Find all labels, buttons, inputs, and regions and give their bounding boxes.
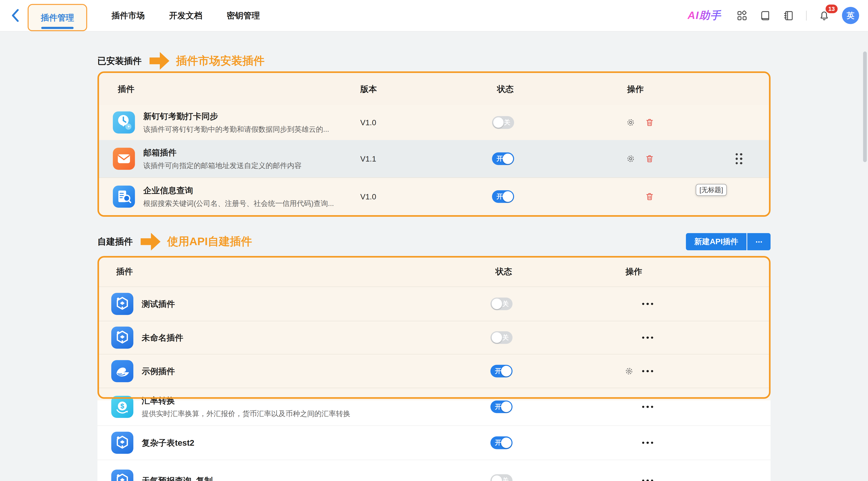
toggle-knob [501, 402, 512, 412]
tab-plugin-market[interactable]: 插件市场 [112, 10, 145, 21]
apps-grid-icon[interactable] [736, 10, 748, 22]
navbar-right: AI助手 [687, 7, 859, 24]
tab-key-management[interactable]: 密钥管理 [227, 10, 260, 21]
back-icon[interactable] [10, 8, 20, 23]
row-more-icon[interactable] [642, 303, 653, 305]
toggle-label: 开 [495, 439, 501, 447]
status-toggle[interactable]: 关 [490, 331, 513, 344]
toggle-knob [493, 117, 504, 128]
toggle-label: 关 [504, 118, 510, 127]
toggle-label: 开 [495, 403, 501, 411]
toggle-label: 关 [502, 299, 509, 308]
user-avatar[interactable]: 英 [842, 7, 859, 24]
toggle-knob [492, 476, 502, 481]
page-scrollbar-thumb[interactable] [863, 52, 867, 162]
table-row: 新钉钉考勤打卡同步 该插件可将钉钉考勤中的考勤和请假数据同步到英雄云的... V… [99, 105, 769, 140]
row-more-icon[interactable] [642, 442, 653, 444]
status-toggle[interactable]: 开 [490, 400, 513, 413]
col-header-version: 版本 [360, 84, 377, 95]
status-toggle[interactable]: 关 [490, 297, 513, 310]
handbook-icon[interactable] [760, 10, 771, 22]
table-row: 测试插件 关 [97, 287, 771, 321]
plugin-name: 测试插件 [142, 298, 175, 310]
annotation-arrow-icon [150, 52, 169, 70]
table-row: $ 汇率转换 提供实时汇率换算，外汇报价，货币汇率以及币种之间的汇率转换 开 [97, 388, 771, 425]
tab-dev-docs[interactable]: 开发文档 [169, 10, 202, 21]
api-plugin-icon [111, 432, 133, 454]
tab-plugin-management[interactable]: 插件管理 [28, 4, 87, 31]
col-header-plugin: 插件 [118, 84, 134, 95]
installed-section-header: 已安装插件 插件市场安装插件 [97, 52, 771, 70]
col-header-status: 状态 [495, 266, 512, 277]
plugin-name: 天气预报查询_复制 [142, 475, 213, 481]
plugin-version: V1.0 [360, 192, 376, 201]
toggle-label: 开 [495, 367, 501, 376]
status-toggle[interactable]: 关 [492, 116, 514, 129]
row-more-icon[interactable] [642, 370, 653, 372]
notebook-icon[interactable] [783, 10, 795, 22]
custom-annotation: 使用API自建插件 [167, 234, 252, 249]
more-actions-button[interactable]: ... [747, 233, 771, 250]
currency-plugin-icon: $ [111, 395, 133, 418]
status-toggle[interactable]: 关 [490, 474, 513, 481]
plugin-description: 该插件可将钉钉考勤中的考勤和请假数据同步到英雄云的... [143, 125, 329, 134]
toggle-knob [501, 366, 512, 376]
custom-section-header: 自建插件 使用API自建插件 新建API插件 ... [97, 232, 771, 251]
installed-table-header: 插件 版本 状态 操作 [99, 73, 769, 105]
plugin-name: 示例插件 [142, 365, 175, 377]
toggle-knob [492, 298, 502, 309]
svg-text:$: $ [120, 402, 124, 410]
toggle-label: 关 [502, 333, 509, 342]
row-more-icon[interactable] [642, 336, 653, 339]
delete-trash-icon[interactable] [645, 192, 654, 201]
plugin-info: 企业信息查询 根据搜索关键词(公司名、注册号、社会统一信用代码)查询... [143, 185, 334, 209]
drag-handle-icon[interactable] [736, 153, 742, 164]
delete-trash-icon[interactable] [645, 154, 654, 163]
active-tab-underline [41, 27, 73, 29]
tab-label: 插件管理 [41, 12, 74, 23]
col-header-actions: 操作 [625, 266, 642, 277]
col-header-plugin: 插件 [116, 266, 133, 277]
settings-gear-icon[interactable] [626, 154, 636, 163]
plugin-info: 新钉钉考勤打卡同步 该插件可将钉钉考勤中的考勤和请假数据同步到英雄云的... [143, 110, 329, 134]
api-plugin-icon [111, 327, 133, 349]
plugin-version: V1.1 [360, 154, 376, 163]
installed-plugins-table: 插件 版本 状态 操作 新钉钉考勤打卡同步 [97, 71, 771, 217]
col-header-status: 状态 [497, 84, 514, 95]
plugin-name: 新钉钉考勤打卡同步 [143, 110, 329, 122]
status-toggle[interactable]: 开 [490, 437, 513, 449]
plugin-info: 汇率转换 提供实时汇率换算，外汇报价，货币汇率以及币种之间的汇率转换 [142, 395, 350, 419]
custom-section-buttons: 新建API插件 ... [686, 233, 771, 250]
status-toggle[interactable]: 开 [490, 365, 513, 378]
email-plugin-icon [113, 148, 135, 170]
table-row: 天气预报查询_复制 关 [97, 460, 771, 481]
create-api-plugin-button[interactable]: 新建API插件 [686, 233, 746, 250]
toggle-label: 开 [497, 192, 503, 201]
enterprise-info-plugin-icon [113, 186, 135, 208]
annotation-arrow-icon [141, 233, 161, 251]
delete-trash-icon[interactable] [645, 118, 654, 127]
table-row: 未命名插件 关 [97, 321, 771, 354]
toggle-knob [492, 332, 502, 343]
plugin-name: 邮箱插件 [143, 147, 302, 158]
ai-assistant-logo[interactable]: AI助手 [687, 8, 724, 23]
status-toggle[interactable]: 开 [492, 190, 514, 203]
installed-annotation: 插件市场安装插件 [176, 54, 265, 68]
plugin-description: 根据搜索关键词(公司名、注册号、社会统一信用代码)查询... [143, 199, 334, 209]
toggle-label: 开 [497, 154, 503, 163]
settings-gear-icon[interactable] [626, 118, 636, 127]
demo-plugin-icon [111, 360, 133, 382]
row-more-icon[interactable] [642, 480, 653, 481]
plugin-name: 未命名插件 [142, 332, 183, 343]
custom-section-title: 自建插件 [97, 236, 133, 248]
dingtalk-attendance-plugin-icon [113, 111, 135, 133]
notifications-bell[interactable]: 13 [818, 9, 830, 22]
table-row: 企业信息查询 根据搜索关键词(公司名、注册号、社会统一信用代码)查询... V1… [99, 178, 769, 215]
plugin-version: V1.0 [360, 118, 376, 127]
main-content: 已安装插件 插件市场安装插件 插件 版本 状态 操作 [97, 32, 771, 481]
row-more-icon[interactable] [642, 406, 653, 408]
table-row: 示例插件 开 [97, 354, 771, 388]
status-toggle[interactable]: 开 [492, 153, 514, 165]
settings-gear-icon[interactable] [624, 366, 634, 376]
untitled-tooltip: [无标题] [696, 184, 727, 196]
